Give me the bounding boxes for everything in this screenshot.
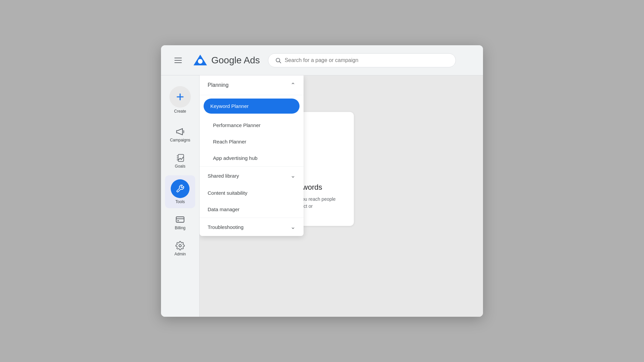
- data-manager-label: Data manager: [208, 206, 239, 212]
- tools-circle: [171, 179, 190, 198]
- shared-library-section: Shared library ⌄: [200, 166, 304, 185]
- create-circle: [169, 86, 191, 108]
- campaigns-icon: [175, 127, 185, 136]
- app-title: Google Ads: [211, 55, 260, 66]
- sidebar-item-create-label: Create: [174, 109, 186, 114]
- goals-icon: [175, 153, 185, 163]
- shared-library-header[interactable]: Shared library ⌄: [200, 167, 304, 185]
- content-suitability-label: Content suitability: [208, 190, 247, 196]
- chevron-up-icon: ⌃: [290, 81, 296, 89]
- shared-library-label: Shared library: [208, 173, 239, 179]
- svg-rect-8: [177, 220, 179, 221]
- dropdown-item-app-advertising-hub[interactable]: App advertising hub: [200, 150, 304, 166]
- svg-point-0: [198, 59, 203, 64]
- dropdown-item-content-suitability[interactable]: Content suitability: [200, 185, 304, 201]
- logo-area: Google Ads: [193, 53, 260, 68]
- sidebar-item-goals-label: Goals: [175, 164, 185, 169]
- plus-icon: [175, 92, 185, 102]
- troubleshooting-section: Troubleshooting ⌄: [200, 218, 304, 236]
- sidebar-item-admin[interactable]: Admin: [165, 237, 195, 260]
- dropdown-item-performance-planner[interactable]: Performance Planner: [200, 117, 304, 133]
- sidebar-item-billing[interactable]: Billing: [165, 211, 195, 234]
- dropdown-item-data-manager[interactable]: Data manager: [200, 201, 304, 218]
- top-bar: Google Ads: [161, 45, 483, 75]
- admin-icon: [175, 241, 185, 250]
- billing-icon: [175, 215, 185, 224]
- tools-icon: [176, 184, 184, 193]
- app-advertising-hub-label: App advertising hub: [213, 155, 258, 161]
- chevron-down-icon: ⌄: [290, 172, 296, 179]
- chevron-down-icon-2: ⌄: [290, 223, 296, 231]
- sidebar: Create Campaigns Goals: [161, 75, 200, 317]
- planning-dropdown: Planning ⌃ Keyword Planner Performance P…: [200, 75, 304, 236]
- performance-planner-label: Performance Planner: [213, 122, 261, 128]
- google-ads-logo-icon: [193, 53, 208, 68]
- sidebar-item-billing-label: Billing: [175, 226, 185, 230]
- svg-point-9: [179, 245, 181, 247]
- menu-button[interactable]: [172, 55, 184, 66]
- sidebar-item-tools[interactable]: Tools: [165, 175, 195, 208]
- keyword-planner-label: Keyword Planner: [210, 103, 249, 109]
- sidebar-item-goals[interactable]: Goals: [165, 149, 195, 173]
- search-input[interactable]: [285, 57, 449, 63]
- svg-rect-6: [176, 217, 184, 222]
- planning-label: Planning: [208, 82, 228, 88]
- search-bar[interactable]: [268, 53, 456, 67]
- troubleshooting-header[interactable]: Troubleshooting ⌄: [200, 218, 304, 236]
- sidebar-item-tools-label: Tools: [175, 199, 185, 204]
- reach-planner-label: Reach Planner: [213, 139, 246, 144]
- dropdown-item-reach-planner[interactable]: Reach Planner: [200, 133, 304, 150]
- dropdown-panel: Planning ⌃ Keyword Planner Performance P…: [200, 75, 304, 236]
- screen-container: Google Ads Create: [161, 45, 483, 317]
- sidebar-item-admin-label: Admin: [174, 252, 186, 256]
- sidebar-item-campaigns[interactable]: Campaigns: [165, 123, 195, 146]
- svg-line-2: [279, 61, 281, 63]
- sidebar-item-campaigns-label: Campaigns: [170, 138, 191, 142]
- sidebar-item-create[interactable]: Create: [165, 82, 195, 118]
- troubleshooting-label: Troubleshooting: [208, 224, 244, 230]
- search-icon: [275, 57, 281, 64]
- main-area: Create Campaigns Goals: [161, 75, 483, 317]
- dropdown-item-keyword-planner[interactable]: Keyword Planner: [204, 99, 300, 114]
- planning-section-header[interactable]: Planning ⌃: [200, 75, 304, 95]
